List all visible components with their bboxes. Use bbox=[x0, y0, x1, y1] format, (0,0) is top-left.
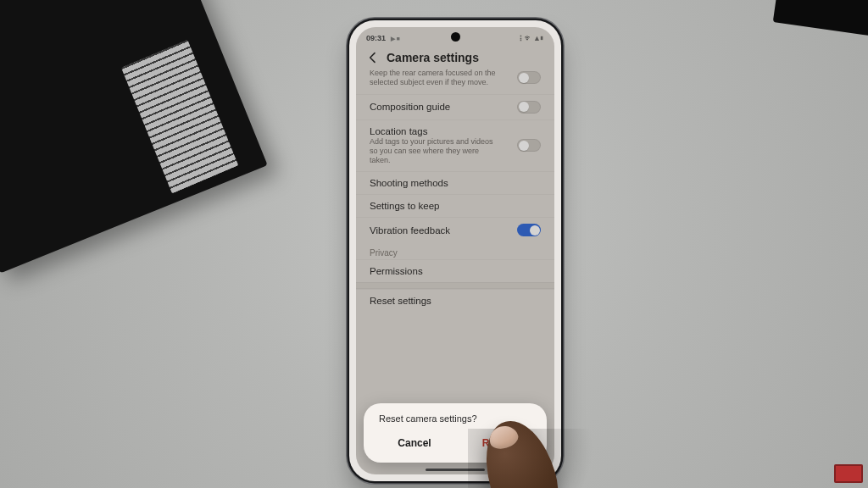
product-box-barcode bbox=[121, 40, 238, 194]
status-time: 09:31 bbox=[366, 34, 386, 42]
status-left-icons: ▶ ■ bbox=[391, 36, 400, 42]
phone-frame: 09:31 ▶ ■ ⋮ ᯤ ▲▮ Camera settings bbox=[349, 20, 561, 481]
status-right-icons: ⋮ ᯤ ▲▮ bbox=[519, 34, 544, 42]
front-camera-punchhole bbox=[451, 32, 460, 42]
prop-rod bbox=[773, 0, 868, 39]
product-box: Galaxy S25 Ultra bbox=[0, 0, 268, 273]
home-indicator[interactable] bbox=[426, 469, 485, 471]
cancel-button[interactable]: Cancel bbox=[374, 429, 455, 458]
scene: Galaxy S25 Ultra 09:31 ▶ ■ ⋮ ᯤ ▲▮ bbox=[0, 0, 868, 488]
phone-screen: 09:31 ▶ ■ ⋮ ᯤ ▲▮ Camera settings bbox=[356, 27, 554, 474]
watermark-badge bbox=[834, 464, 863, 483]
